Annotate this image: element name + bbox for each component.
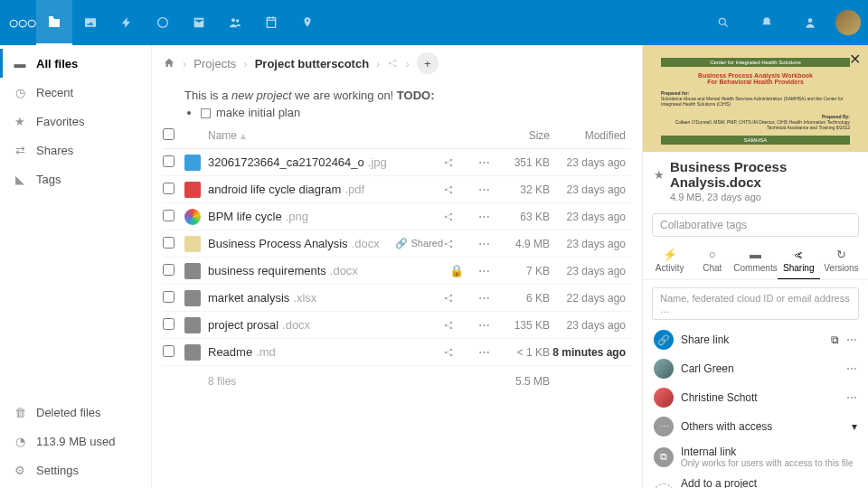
row-menu-icon[interactable]: ⋯: [470, 183, 497, 196]
logo[interactable]: ○○○: [7, 8, 36, 37]
contacts-menu-icon[interactable]: [792, 0, 828, 45]
svg-point-22: [450, 299, 453, 302]
row-checkbox[interactable]: [163, 291, 175, 303]
tab-versions[interactable]: ↻Versions: [820, 244, 863, 279]
share-internal-row[interactable]: ⧉ Internal linkOnly works for users with…: [643, 441, 868, 473]
svg-point-10: [450, 164, 453, 166]
notifications-icon[interactable]: [749, 0, 785, 45]
calendar-app-icon[interactable]: [253, 0, 289, 45]
files-app-icon[interactable]: [36, 0, 72, 45]
talk-app-icon[interactable]: [145, 0, 181, 45]
file-thumb: [184, 209, 208, 225]
more-icon[interactable]: ⋯: [846, 391, 857, 404]
share-others-row[interactable]: ⋯ Others with access ▾: [643, 412, 868, 441]
checkbox-icon[interactable]: [201, 108, 211, 118]
breadcrumb-current[interactable]: Project butterscotch: [255, 57, 369, 70]
file-row[interactable]: project prosal.docx⋯135 KB23 days ago: [163, 312, 631, 339]
file-name[interactable]: Business Process Analysis.docx: [208, 237, 389, 250]
row-menu-icon[interactable]: ⋯: [470, 237, 497, 250]
share-icon[interactable]: [443, 211, 470, 222]
file-row[interactable]: 32061723664_ca21702464_o.jpg⋯351 KB23 da…: [163, 149, 631, 176]
file-name[interactable]: BPM life cycle.png: [208, 210, 389, 223]
add-project-row[interactable]: + Add to a projectConnect items to a pro…: [643, 473, 868, 488]
file-row[interactable]: android life cycle diagram.pdf⋯32 KB23 d…: [163, 176, 631, 203]
row-menu-icon[interactable]: ⋯: [470, 210, 497, 223]
contacts-app-icon[interactable]: [217, 0, 253, 45]
file-name[interactable]: Readme.md: [208, 345, 389, 359]
search-icon[interactable]: [705, 0, 741, 45]
maps-app-icon[interactable]: [289, 0, 326, 45]
share-icon[interactable]: [443, 347, 470, 358]
more-icon[interactable]: ⋯: [846, 362, 857, 375]
share-link-row[interactable]: 🔗 Share link ⧉ ⋯: [643, 325, 868, 354]
gauge-icon: ◔: [13, 434, 27, 448]
sidebar-favorites[interactable]: ★Favorites: [0, 107, 151, 136]
breadcrumb-home[interactable]: [163, 57, 175, 70]
tab-activity[interactable]: ⚡Activity: [648, 244, 691, 279]
file-modified: 23 days ago: [550, 265, 631, 277]
row-menu-icon[interactable]: ⋯: [470, 264, 497, 277]
file-name[interactable]: android life cycle diagram.pdf: [208, 183, 389, 196]
breadcrumb-projects[interactable]: Projects: [193, 57, 236, 70]
file-row[interactable]: business requirements.docx🔒⋯7 KB23 days …: [163, 258, 631, 285]
svg-point-28: [450, 353, 453, 356]
share-user-row[interactable]: Christine Schott ⋯: [643, 383, 868, 412]
share-icon[interactable]: [443, 157, 470, 168]
row-checkbox[interactable]: [163, 210, 175, 221]
sidebar-shares[interactable]: ⇄Shares: [0, 136, 151, 164]
sidebar-tags[interactable]: ◣Tags: [0, 164, 151, 193]
photos-app-icon[interactable]: [72, 0, 108, 45]
svg-point-13: [450, 191, 453, 193]
tags-input[interactable]: Collaborative tags: [652, 213, 859, 237]
close-icon[interactable]: ✕: [849, 51, 861, 68]
share-icon[interactable]: [443, 239, 470, 249]
tab-comments[interactable]: ▬Comments: [733, 244, 777, 279]
sidebar-settings[interactable]: ⚙Settings: [0, 455, 151, 484]
file-name[interactable]: project prosal.docx: [208, 318, 389, 332]
file-size: 351 KB: [497, 156, 550, 169]
chevron-down-icon[interactable]: ▾: [852, 420, 857, 433]
file-name[interactable]: 32061723664_ca21702464_o.jpg: [208, 155, 389, 169]
share-icon[interactable]: 🔒: [443, 264, 470, 277]
svg-point-11: [445, 188, 448, 191]
row-menu-icon[interactable]: ⋯: [470, 318, 497, 332]
row-menu-icon[interactable]: ⋯: [470, 155, 497, 169]
svg-point-27: [450, 348, 453, 351]
share-icon[interactable]: [443, 320, 470, 331]
row-checkbox[interactable]: [163, 264, 175, 276]
svg-point-18: [450, 239, 453, 242]
sidebar-deleted[interactable]: 🗑Deleted files: [0, 398, 151, 427]
more-icon[interactable]: ⋯: [846, 333, 857, 346]
file-row[interactable]: Business Process Analysis.docx🔗 Shared⋯4…: [163, 230, 631, 258]
user-avatar[interactable]: [835, 10, 861, 35]
share-search-input[interactable]: Name, federated cloud ID or email addres…: [652, 287, 859, 320]
row-checkbox[interactable]: [163, 345, 175, 357]
sidebar-all-files[interactable]: ▬All files: [0, 49, 151, 78]
file-thumb: [184, 263, 208, 279]
share-user-row[interactable]: Carl Green ⋯: [643, 354, 868, 383]
row-menu-icon[interactable]: ⋯: [470, 345, 497, 359]
select-all-checkbox[interactable]: [163, 128, 175, 140]
clipboard-icon[interactable]: ⧉: [831, 333, 839, 346]
sidebar-recent[interactable]: ◷Recent: [0, 78, 151, 107]
tab-chat[interactable]: ○Chat: [691, 244, 733, 279]
row-checkbox[interactable]: [163, 155, 175, 167]
file-modified: 23 days ago: [550, 183, 631, 196]
activity-app-icon[interactable]: [108, 0, 145, 45]
row-checkbox[interactable]: [163, 183, 175, 194]
share-icon[interactable]: [443, 293, 470, 304]
mail-app-icon[interactable]: [181, 0, 217, 45]
breadcrumb-share-icon[interactable]: [387, 58, 398, 69]
file-row[interactable]: BPM life cycle.png⋯63 KB23 days ago: [163, 203, 631, 230]
favorite-star-icon[interactable]: ★: [654, 168, 665, 182]
file-name[interactable]: market analysis.xlsx: [208, 291, 389, 305]
file-row[interactable]: Readme.md⋯< 1 KB8 minutes ago: [163, 339, 631, 366]
row-menu-icon[interactable]: ⋯: [470, 291, 497, 305]
share-icon[interactable]: [443, 184, 470, 195]
new-file-button[interactable]: +: [417, 52, 439, 74]
file-name[interactable]: business requirements.docx: [208, 264, 389, 277]
file-row[interactable]: market analysis.xlsx⋯6 KB22 days ago: [163, 285, 631, 312]
tab-sharing[interactable]: ⪡Sharing: [778, 244, 820, 279]
row-checkbox[interactable]: [163, 237, 175, 249]
row-checkbox[interactable]: [163, 318, 175, 330]
